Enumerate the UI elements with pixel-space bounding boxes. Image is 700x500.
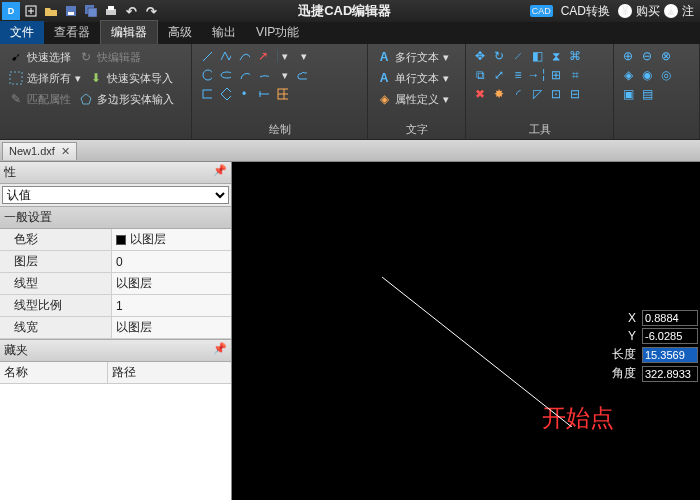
property-rows: 色彩 以图层 图层 0 线型 以图层 线型比例 1 线宽 以图层 [0, 229, 231, 339]
prop-lineweight[interactable]: 线宽 以图层 [0, 317, 231, 339]
match-prop-button[interactable]: ✎匹配属性 [6, 90, 73, 108]
prop-ltscale[interactable]: 线型比例 1 [0, 295, 231, 317]
tab-viewer[interactable]: 查看器 [44, 21, 100, 44]
offset-tool[interactable]: ≡ [510, 67, 526, 83]
move-tool[interactable]: ✥ [472, 48, 488, 64]
arrow-tool[interactable]: ↗ [255, 48, 271, 64]
ext4-tool[interactable]: ⊟ [567, 86, 583, 102]
cloud-tool[interactable] [293, 67, 309, 83]
table-tool[interactable] [274, 86, 290, 102]
ov3[interactable]: ⊗ [658, 48, 674, 64]
ext1-tool[interactable]: ⌘ [567, 48, 583, 64]
mtext-button[interactable]: A多行文本▾ [374, 48, 451, 66]
rotate-tool[interactable]: ↻ [491, 48, 507, 64]
app-title: 迅捷CAD编辑器 [160, 2, 530, 20]
erase-tool[interactable]: ✖ [472, 86, 488, 102]
polygon-icon [78, 91, 94, 107]
quick-select-button[interactable]: ➹快速选择 [6, 48, 73, 66]
poly-solid-input-button[interactable]: 多边形实体输入 [76, 90, 176, 108]
pin-icon[interactable]: 📌 [213, 164, 227, 181]
save-all-icon[interactable] [82, 2, 100, 20]
point-tool[interactable]: • [236, 86, 252, 102]
ellipse-tool[interactable] [217, 67, 233, 83]
col-path[interactable]: 路径 [108, 362, 140, 383]
drawing-canvas[interactable]: 开始点 结束点 X Y 长度 角度 [232, 162, 700, 500]
cad-convert-button[interactable]: CAD转换 [557, 2, 614, 21]
x-input[interactable] [642, 310, 698, 326]
y-input[interactable] [642, 328, 698, 344]
tab-advanced[interactable]: 高级 [158, 21, 202, 44]
prop-linetype[interactable]: 线型 以图层 [0, 273, 231, 295]
tab-output[interactable]: 输出 [202, 21, 246, 44]
tab-vip[interactable]: VIP功能 [246, 21, 309, 44]
block-tool[interactable]: ▾ [293, 48, 309, 64]
angle-input[interactable] [642, 366, 698, 382]
ov1[interactable]: ⊕ [620, 48, 636, 64]
properties-header: 性 📌 [0, 162, 231, 184]
spline-tool[interactable] [236, 48, 252, 64]
favorites-columns: 名称 路径 [0, 362, 231, 384]
arc-tool[interactable] [236, 67, 252, 83]
favorites-header: 藏夹 📌 [0, 339, 231, 362]
import-solid-button[interactable]: ⬇快速实体导入 [86, 69, 175, 87]
prop-layer[interactable]: 图层 0 [0, 251, 231, 273]
defaults-select[interactable]: 认值 [2, 186, 229, 204]
inspect-tool[interactable]: ◧ [529, 48, 545, 64]
earc-tool[interactable] [255, 67, 271, 83]
polygon-tool[interactable] [217, 86, 233, 102]
image-tool[interactable]: ▾ [274, 67, 290, 83]
ov7[interactable]: ▣ [620, 86, 636, 102]
polyline-tool[interactable] [217, 48, 233, 64]
col-name[interactable]: 名称 [0, 362, 108, 383]
document-tab[interactable]: New1.dxf ✕ [2, 142, 77, 160]
open-icon[interactable] [42, 2, 60, 20]
register-button[interactable]: 注 [682, 3, 694, 20]
explode-tool[interactable]: ✸ [491, 86, 507, 102]
ov6[interactable]: ◎ [658, 67, 674, 83]
tab-file[interactable]: 文件 [0, 21, 44, 44]
attrdef-button[interactable]: ◈属性定义▾ [374, 90, 451, 108]
new-icon[interactable] [22, 2, 40, 20]
ov5[interactable]: ◉ [639, 67, 655, 83]
quick-edit-button[interactable]: ↻快编辑器 [76, 48, 143, 66]
fillet-tool[interactable]: ◜ [510, 86, 526, 102]
stext-button[interactable]: A单行文本▾ [374, 69, 451, 87]
dim-tool[interactable] [255, 86, 271, 102]
undo-icon[interactable]: ↶ [122, 2, 140, 20]
print-icon[interactable] [102, 2, 120, 20]
line-tool[interactable] [198, 48, 214, 64]
circle-tool[interactable] [198, 67, 214, 83]
save-icon[interactable] [62, 2, 80, 20]
buy-button[interactable]: 购买 [636, 3, 660, 20]
length-input[interactable] [642, 347, 698, 363]
copy-tool[interactable]: ⧉ [472, 67, 488, 83]
redo-icon[interactable]: ↷ [142, 2, 160, 20]
length-label: 长度 [598, 346, 642, 363]
defaults-combo[interactable]: 认值 [2, 186, 229, 204]
app-icon[interactable]: D [2, 2, 20, 20]
select-all-button[interactable]: 选择所有▾ [6, 69, 83, 87]
import-icon: ⬇ [88, 70, 104, 86]
prop-color[interactable]: 色彩 以图层 [0, 229, 231, 251]
rect-tool[interactable] [198, 86, 214, 102]
scale-tool[interactable]: ⤢ [491, 67, 507, 83]
ov4[interactable]: ◈ [620, 67, 636, 83]
ext3-tool[interactable]: ⊡ [548, 86, 564, 102]
extend-tool[interactable]: →╎ [529, 67, 545, 83]
ov8[interactable]: ▤ [639, 86, 655, 102]
ov2[interactable]: ⊖ [639, 48, 655, 64]
trim-tool[interactable]: ⟋ [510, 48, 526, 64]
ext2-tool[interactable]: ⌗ [567, 67, 583, 83]
ribbon-group-tools: ✥ ↻ ⟋ ◧ ⧗ ⌘ ⧉ ⤢ ≡ →╎ ⊞ ⌗ ✖ ✸ ◜ ◸ ⊡ ⊟ [466, 44, 614, 139]
tab-editor[interactable]: 编辑器 [100, 20, 158, 44]
hatch-tool[interactable]: ▾ [274, 48, 290, 64]
category-general[interactable]: 一般设置 [0, 206, 231, 229]
array-tool[interactable]: ⊞ [548, 67, 564, 83]
chamfer-tool[interactable]: ◸ [529, 86, 545, 102]
coordinate-readout: X Y 长度 角度 [598, 310, 698, 384]
mirror-tool[interactable]: ⧗ [548, 48, 564, 64]
pin-icon[interactable]: 📌 [213, 342, 227, 359]
close-icon[interactable]: ✕ [61, 145, 70, 158]
ribbon-tabs: 文件 查看器 编辑器 高级 输出 VIP功能 [0, 22, 700, 44]
svg-marker-10 [81, 94, 91, 104]
